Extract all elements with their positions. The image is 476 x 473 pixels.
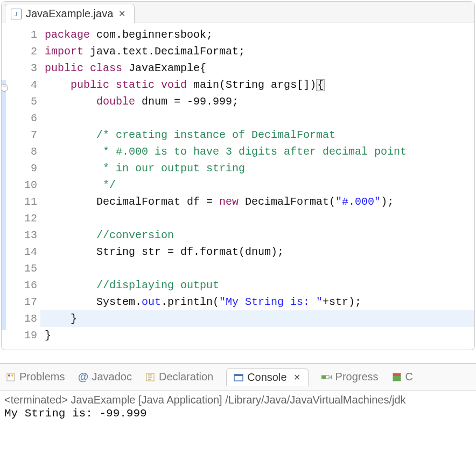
coverage-icon <box>391 372 402 382</box>
line-number: 17 <box>9 294 37 310</box>
code-line[interactable] <box>40 260 474 277</box>
editor-tab[interactable]: J JavaExample.java ✕ <box>5 4 135 23</box>
code-line[interactable]: double dnum = -99.999; <box>40 93 474 110</box>
code-area[interactable]: − 12345678910111213141516171819 package … <box>2 23 474 350</box>
code-line[interactable]: //conversion <box>40 227 474 244</box>
console-status-line: <terminated> JavaExample [Java Applicati… <box>4 394 472 406</box>
line-number: 18 <box>9 310 37 327</box>
code-content[interactable]: package com.beginnersbook;import java.te… <box>40 26 474 350</box>
tab-truncated-label: C <box>405 371 413 383</box>
line-number: 5 <box>9 93 37 110</box>
code-line[interactable]: String str = df.format(dnum); <box>40 244 474 260</box>
console-icon <box>233 372 244 383</box>
tab-progress[interactable]: Progress <box>321 371 379 383</box>
tab-truncated[interactable]: C <box>391 371 413 383</box>
fold-strip: − <box>2 26 9 350</box>
code-line[interactable]: //displaying output <box>40 277 474 294</box>
tab-problems-label: Problems <box>19 371 65 383</box>
declaration-icon <box>145 372 156 382</box>
svg-point-2 <box>11 374 13 377</box>
editor-area: J JavaExample.java ✕ − 12345678910111213… <box>1 1 475 350</box>
line-number: 2 <box>9 43 37 60</box>
line-number: 12 <box>9 210 37 227</box>
code-line[interactable]: package com.beginnersbook; <box>40 26 474 43</box>
line-number: 6 <box>9 110 37 127</box>
tab-javadoc-label: Javadoc <box>92 371 132 383</box>
line-number: 4 <box>9 76 37 93</box>
editor-tab-bar: J JavaExample.java ✕ <box>2 2 474 23</box>
java-file-icon: J <box>11 9 22 19</box>
line-number: 14 <box>9 244 37 260</box>
close-icon[interactable]: ✕ <box>117 9 127 19</box>
line-number: 3 <box>9 60 37 76</box>
line-number: 16 <box>9 277 37 294</box>
code-line[interactable]: * in our output string <box>40 160 474 177</box>
tab-javadoc[interactable]: @ Javadoc <box>78 371 132 383</box>
code-line[interactable]: import java.text.DecimalFormat; <box>40 43 474 60</box>
console-output-line: My String is: -99.999 <box>4 407 472 420</box>
progress-icon <box>321 372 332 382</box>
tab-progress-label: Progress <box>335 371 379 383</box>
line-number: 19 <box>9 327 37 344</box>
line-number: 15 <box>9 260 37 277</box>
svg-rect-0 <box>7 373 15 381</box>
close-icon[interactable]: ✕ <box>292 372 302 382</box>
javadoc-icon: @ <box>78 372 88 382</box>
line-number: 10 <box>9 177 37 193</box>
code-line[interactable]: DecimalFormat df = new DecimalFormat("#.… <box>40 193 474 210</box>
code-line[interactable]: */ <box>40 177 474 193</box>
code-line[interactable]: public static void main(String args[]){ <box>40 76 474 93</box>
line-number: 13 <box>9 227 37 244</box>
editor-tab-label: JavaExample.java <box>26 8 113 20</box>
line-number: 11 <box>9 193 37 210</box>
line-number: 9 <box>9 160 37 177</box>
code-line[interactable]: /* creating instance of DecimalFormat <box>40 127 474 143</box>
panel-tab-bar: Problems @ Javadoc Declaration Console ✕… <box>0 364 476 391</box>
code-line[interactable]: } <box>40 310 474 327</box>
tab-declaration[interactable]: Declaration <box>145 371 213 383</box>
code-line[interactable]: } <box>40 327 474 344</box>
svg-point-1 <box>8 374 10 377</box>
line-number: 1 <box>9 26 37 43</box>
line-number: 7 <box>9 127 37 143</box>
tab-console[interactable]: Console ✕ <box>226 368 308 386</box>
tab-console-label: Console <box>247 371 286 384</box>
svg-rect-5 <box>234 374 243 376</box>
svg-rect-7 <box>321 375 326 379</box>
code-line[interactable]: * #.000 is to have 3 digits after decima… <box>40 143 474 160</box>
tab-declaration-label: Declaration <box>159 371 213 383</box>
code-line[interactable] <box>40 110 474 127</box>
console-body: <terminated> JavaExample [Java Applicati… <box>0 391 476 423</box>
svg-rect-10 <box>393 376 401 381</box>
bottom-panel: Problems @ Javadoc Declaration Console ✕… <box>0 363 476 423</box>
line-number: 8 <box>9 143 37 160</box>
code-line[interactable]: public class JavaExample{ <box>40 60 474 76</box>
line-number-gutter: 12345678910111213141516171819 <box>9 26 40 350</box>
problems-icon <box>5 372 16 382</box>
fold-toggle-icon[interactable]: − <box>2 84 8 92</box>
svg-rect-9 <box>393 373 401 376</box>
code-line[interactable]: System.out.println("My String is: "+str)… <box>40 294 474 310</box>
code-line[interactable] <box>40 210 474 227</box>
tab-problems[interactable]: Problems <box>5 371 65 383</box>
